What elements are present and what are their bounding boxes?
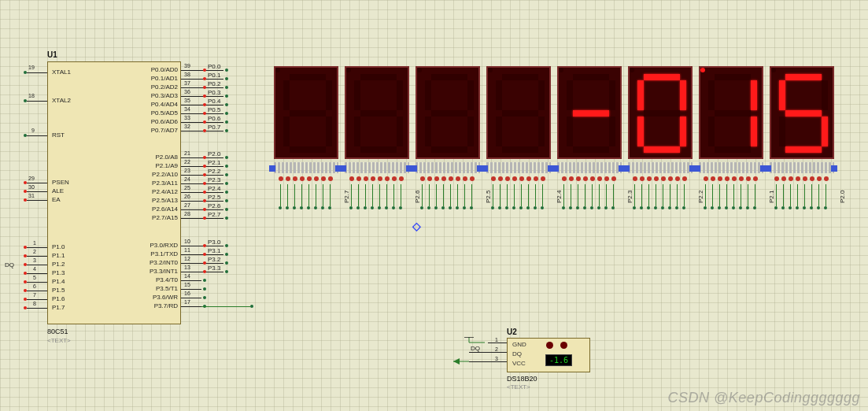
display-enable-label[interactable]: P2.7 [343,191,350,203]
pin-terminal[interactable] [203,165,206,168]
seven-segment-display[interactable] [699,66,763,159]
pin-terminal[interactable] [250,305,253,308]
pin-terminal[interactable] [24,280,27,283]
wire [818,184,819,206]
pin-terminal[interactable] [203,86,206,89]
u1-net-label[interactable]: P3.1 [208,247,220,254]
seven-segment-display[interactable] [274,66,338,159]
u1-net-label[interactable]: P0.7 [208,124,220,131]
pin-terminal[interactable] [225,191,228,194]
segment-e [708,117,715,146]
pin-terminal[interactable] [203,253,206,256]
pin-terminal[interactable] [225,112,228,115]
pin-terminal[interactable] [24,254,27,257]
pin-terminal[interactable] [225,182,228,185]
u1-net-label[interactable]: P3.2 [208,256,220,263]
pin-terminal[interactable] [203,296,206,299]
pin-terminal[interactable] [203,129,206,132]
seven-segment-display[interactable] [345,66,409,159]
pin-terminal[interactable] [225,129,228,132]
pin-terminal[interactable] [203,287,206,291]
pin-terminal[interactable] [203,77,206,80]
display-enable-label[interactable]: P2.6 [414,191,421,203]
pin-terminal[interactable] [203,199,206,202]
seven-segment-display[interactable] [486,66,551,159]
seven-segment-display[interactable] [557,66,622,159]
pin-terminal[interactable] [225,270,228,273]
seven-segment-display[interactable] [770,66,834,159]
seven-segment-display[interactable] [416,66,480,159]
pin-terminal[interactable] [225,244,228,247]
u1-net-label[interactable]: P3.0 [208,239,220,246]
pin-terminal[interactable] [24,272,27,275]
u2-chip[interactable]: GND DQ VCC -1.6 [507,338,590,372]
pin-terminal[interactable] [225,253,228,256]
seven-segment-display[interactable] [628,66,693,159]
u1-net-label[interactable]: P0.1 [208,72,220,79]
u1-pin-num: 36 [184,89,190,94]
display-enable-label[interactable]: P2.3 [626,191,633,203]
u1-net-label[interactable]: P2.6 [208,202,220,209]
pin-terminal[interactable] [24,198,27,202]
pin-terminal[interactable] [225,199,228,202]
pin-terminal[interactable] [24,306,27,309]
pin-terminal[interactable] [203,156,206,159]
u2-temperature-readout[interactable]: -1.6 [545,354,572,366]
u1-net-label[interactable]: P2.3 [208,176,220,183]
pin-terminal[interactable] [24,289,27,292]
net-label-dq[interactable]: DQ [5,261,14,268]
pin-terminal[interactable] [203,182,206,185]
display-enable-label[interactable]: P2.5 [485,191,492,203]
pin-terminal[interactable] [24,181,27,184]
u1-net-label[interactable]: P0.6 [208,115,220,122]
pin-terminal[interactable] [203,68,206,72]
u1-net-label[interactable]: P2.4 [208,185,220,192]
display-enable-label[interactable]: P2.0 [839,191,846,203]
pin-terminal[interactable] [24,190,27,193]
display-enable-label[interactable]: P2.1 [768,191,775,203]
pin-terminal[interactable] [225,68,228,72]
u1-net-label[interactable]: P3.3 [208,265,220,272]
pin-terminal[interactable] [203,120,206,124]
u1-net-label[interactable]: P0.0 [208,63,220,70]
pin-terminal[interactable] [225,94,228,98]
pin-terminal[interactable] [203,94,206,98]
pin-terminal[interactable] [225,120,228,124]
u1-net-label[interactable]: P2.1 [208,159,220,166]
pin-terminal[interactable] [203,261,206,265]
display-enable-label[interactable]: P2.4 [556,191,563,203]
pin-terminal[interactable] [203,191,206,194]
pin-terminal[interactable] [225,173,228,176]
pin-terminal[interactable] [203,244,206,247]
pin-terminal[interactable] [203,217,206,220]
u1-net-label[interactable]: P0.3 [208,89,220,96]
u1-net-label[interactable]: P0.5 [208,106,220,113]
pin-terminal[interactable] [203,103,206,106]
pin-terminal[interactable] [225,103,228,106]
pin-terminal[interactable] [203,173,206,176]
pin-terminal[interactable] [24,298,27,301]
u1-net-label[interactable]: P2.2 [208,168,220,175]
pin-terminal[interactable] [225,261,228,265]
pin-terminal[interactable] [203,208,206,211]
pin-terminal[interactable] [24,99,27,102]
u1-net-label[interactable]: P2.7 [208,211,220,218]
pin-terminal[interactable] [24,134,27,137]
pin-terminal[interactable] [24,263,27,266]
display-enable-label[interactable]: P2.2 [697,191,704,203]
pin-terminal[interactable] [203,112,206,115]
pin-terminal[interactable] [225,208,228,211]
pin-terminal[interactable] [24,246,27,249]
pin-terminal[interactable] [24,71,27,74]
pin-terminal[interactable] [203,279,206,282]
pin-terminal[interactable] [225,217,228,220]
u1-net-label[interactable]: P0.2 [208,80,220,87]
pin-terminal[interactable] [225,156,228,159]
pin-terminal[interactable] [225,77,228,80]
pin-terminal[interactable] [225,86,228,89]
u1-net-label[interactable]: P2.5 [208,194,220,201]
pin-terminal[interactable] [203,270,206,273]
u1-net-label[interactable]: P2.0 [208,150,220,157]
u1-net-label[interactable]: P0.4 [208,98,220,105]
pin-terminal[interactable] [225,165,228,168]
